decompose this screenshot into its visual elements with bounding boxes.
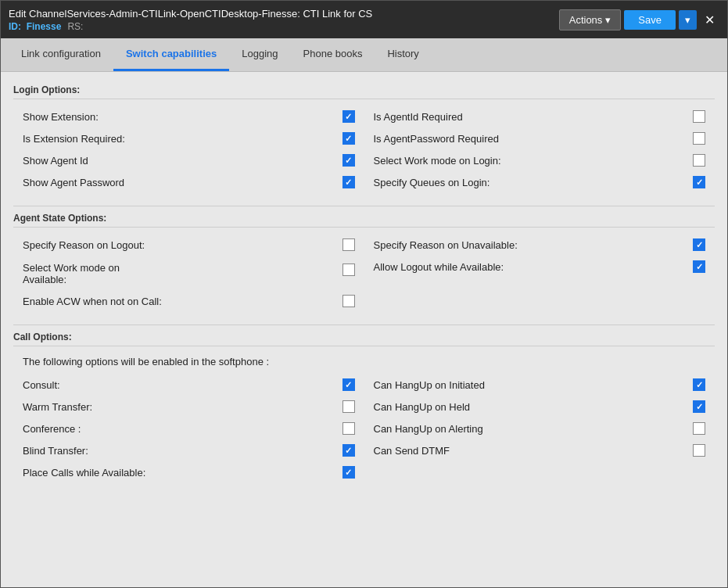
titlebar-right: Actions ▾ Save ▾ ✕ [559,9,719,30]
option-show-extension: Show Extension: [13,106,364,127]
show-agent-password-label: Show Agent Password [23,177,336,188]
hangup-alerting-checkbox[interactable] [693,422,705,435]
tab-switch-capabilities[interactable]: Switch capabilities [113,38,229,71]
specify-reason-unavailable-checkbox[interactable] [693,238,705,251]
tab-history[interactable]: History [375,38,431,71]
specify-queues-login-label: Specify Queues on Login: [374,177,687,188]
login-options-header: Login Options: [13,81,715,99]
option-can-send-dtmf: Can Send DTMF [364,439,715,461]
is-agentid-required-checkbox[interactable] [693,110,705,123]
blind-transfer-checkbox[interactable] [342,444,355,457]
select-work-mode-login-checkbox[interactable] [693,154,705,167]
call-options-right: Can HangUp on Initiated Can HangUp on He… [364,374,715,483]
hangup-initiated-checkbox[interactable] [693,378,705,391]
option-specify-reason-logout: Specify Reason on Logout: [13,234,364,256]
divider-1 [13,206,715,206]
warm-transfer-checkbox[interactable] [342,400,355,413]
titlebar-left: Edit ChannelServices-Admin-CTILink-OpenC… [9,8,372,32]
option-warm-transfer: Warm Transfer: [13,396,364,418]
conference-label: Conference : [23,423,336,435]
chevron-down-icon: ▾ [605,14,611,26]
tab-bar: Link configuration Switch capabilities L… [1,38,727,72]
enable-acw-label: Enable ACW when not on Call: [23,296,336,307]
option-enable-acw: Enable ACW when not on Call: [13,290,364,312]
call-options-description: The following options will be enabled in… [13,353,715,374]
option-hangup-alerting: Can HangUp on Alerting [364,418,715,439]
agent-state-left: Specify Reason on Logout: Select Work mo… [13,234,364,312]
option-is-agentid-required: Is AgentId Required [364,106,715,127]
save-dropdown-button[interactable]: ▾ [679,10,697,30]
id-label: ID: Finesse [9,21,61,32]
tab-logging[interactable]: Logging [229,38,290,71]
specify-reason-logout-label: Specify Reason on Logout: [23,239,336,251]
is-extension-required-checkbox[interactable] [342,132,355,145]
option-hangup-held: Can HangUp on Held [364,396,715,418]
allow-logout-available-checkbox[interactable] [693,260,705,273]
login-options-section: Login Options: Show Extension: Is Extens… [13,81,715,193]
select-work-mode-available-label: Select Work mode onAvailable: [23,262,336,285]
call-options-left: Consult: Warm Transfer: Conference : Bli… [13,374,364,483]
actions-button[interactable]: Actions ▾ [559,9,622,30]
option-consult: Consult: [13,374,364,396]
is-agentid-required-label: Is AgentId Required [374,111,687,123]
option-is-extension-required: Is Extension Required: [13,127,364,149]
agent-state-options-header: Agent State Options: [13,210,715,228]
is-agentpassword-required-checkbox[interactable] [693,132,705,145]
main-window: Edit ChannelServices-Admin-CTILink-OpenC… [0,0,728,588]
show-extension-checkbox[interactable] [342,110,355,123]
tab-link-configuration[interactable]: Link configuration [9,38,113,71]
blind-transfer-label: Blind Transfer: [23,445,336,457]
titlebar: Edit ChannelServices-Admin-CTILink-OpenC… [1,1,727,38]
login-options-grid: Show Extension: Is Extension Required: S… [13,106,715,193]
option-blind-transfer: Blind Transfer: [13,439,364,461]
enable-acw-checkbox[interactable] [342,295,355,307]
option-select-work-mode-login: Select Work mode on Login: [364,149,715,171]
option-is-agentpassword-required: Is AgentPassword Required [364,127,715,149]
login-options-left: Show Extension: Is Extension Required: S… [13,106,364,193]
option-show-agent-password: Show Agent Password [13,171,364,193]
select-work-mode-available-checkbox[interactable] [342,264,355,276]
close-button[interactable]: ✕ [700,11,719,29]
divider-2 [13,324,715,325]
login-options-right: Is AgentId Required Is AgentPassword Req… [364,106,715,193]
can-send-dtmf-checkbox[interactable] [693,444,705,457]
option-select-work-mode-available: Select Work mode onAvailable: [13,256,364,290]
rs-label: RS: [67,21,83,32]
is-agentpassword-required-label: Is AgentPassword Required [374,133,687,145]
tab-phone-books[interactable]: Phone books [291,38,375,71]
agent-state-options-grid: Specify Reason on Logout: Select Work mo… [13,234,715,312]
conference-checkbox[interactable] [342,422,355,435]
consult-checkbox[interactable] [342,378,355,391]
option-show-agent-id: Show Agent Id [13,149,364,171]
consult-label: Consult: [23,379,336,391]
option-place-calls: Place Calls while Available: [13,461,364,483]
show-agent-id-checkbox[interactable] [342,154,355,167]
show-extension-label: Show Extension: [23,111,336,123]
show-agent-id-label: Show Agent Id [23,155,336,167]
show-agent-password-checkbox[interactable] [342,176,355,188]
option-allow-logout-available: Allow Logout while Available: [364,256,715,278]
place-calls-checkbox[interactable] [342,466,355,479]
content-area: Login Options: Show Extension: Is Extens… [1,72,727,587]
agent-state-right: Specify Reason on Unavailable: Allow Log… [364,234,715,312]
hangup-initiated-label: Can HangUp on Initiated [374,379,687,391]
save-button[interactable]: Save [624,10,676,30]
id-value: Finesse [27,21,62,32]
place-calls-label: Place Calls while Available: [23,467,336,479]
specify-reason-logout-checkbox[interactable] [342,238,355,251]
call-options-header: Call Options: [13,328,715,346]
call-options-section: Call Options: The following options will… [13,328,715,483]
titlebar-meta: ID: Finesse RS: [9,21,372,32]
is-extension-required-label: Is Extension Required: [23,133,336,145]
window-title: Edit ChannelServices-Admin-CTILink-OpenC… [9,8,372,20]
option-conference: Conference : [13,418,364,439]
specify-queues-login-checkbox[interactable] [693,176,705,188]
hangup-alerting-label: Can HangUp on Alerting [374,423,687,435]
specify-reason-unavailable-label: Specify Reason on Unavailable: [374,239,687,251]
option-specify-reason-unavailable: Specify Reason on Unavailable: [364,234,715,256]
warm-transfer-label: Warm Transfer: [23,401,336,413]
hangup-held-checkbox[interactable] [693,400,705,413]
call-options-grid: Consult: Warm Transfer: Conference : Bli… [13,374,715,483]
allow-logout-available-label: Allow Logout while Available: [374,261,687,273]
can-send-dtmf-label: Can Send DTMF [374,445,687,457]
